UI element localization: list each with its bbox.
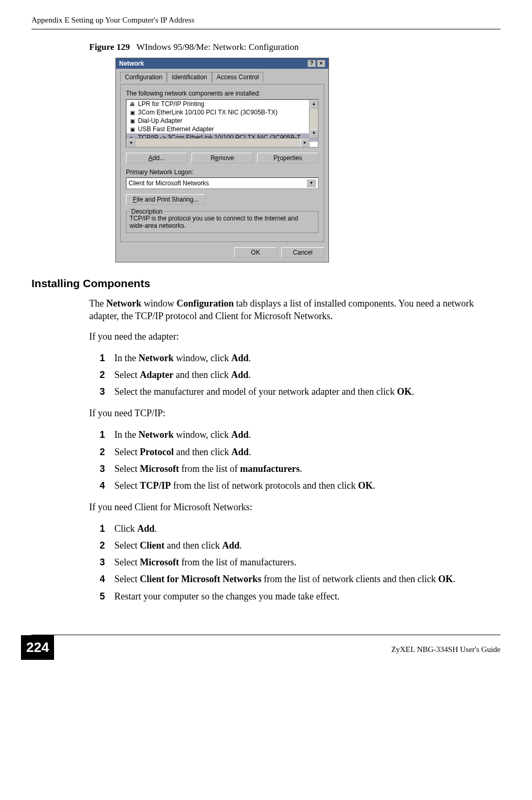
list-item[interactable]: ▣3Com EtherLink 10/100 PCI TX NIC (3C905… (126, 108, 318, 117)
figure-caption: Figure 129 WIndows 95/98/Me: Network: Co… (89, 42, 501, 52)
dialog-title: Network (119, 60, 144, 67)
list-item-text: 3Com EtherLink 10/100 PCI TX NIC (3C905B… (138, 109, 278, 116)
step-item: 3Select Microsoft from the list of manuf… (100, 462, 501, 476)
remove-button[interactable]: Remove (191, 153, 253, 163)
scroll-down-icon[interactable]: ▾ (310, 129, 318, 138)
share-button-label-rest: ile and Print Sharing... (137, 196, 199, 203)
list-item-text: Dial-Up Adapter (138, 117, 183, 124)
tcpip-steps: 1In the Network window, click Add. 2Sele… (100, 428, 501, 492)
nic-icon: ▣ (129, 109, 136, 115)
tabs-row: Configuration Identification Access Cont… (120, 72, 324, 82)
step-item: 5Restart your computer so the changes yo… (100, 590, 501, 603)
list-item[interactable]: 🖶LPR for TCP/IP Printing (126, 100, 318, 108)
list-item-text: LPR for TCP/IP Printing (138, 100, 204, 108)
client-steps: 1Click Add. 2Select Client and then clic… (100, 522, 501, 603)
step-item: 2Select Client and then click Add. (100, 539, 501, 552)
file-print-sharing-button[interactable]: File and Print Sharing... (126, 194, 206, 205)
section-heading: Installing Components (31, 277, 501, 290)
ok-button[interactable]: OK (234, 247, 277, 258)
nic-icon: ▣ (129, 118, 136, 124)
primary-logon-combo[interactable]: Client for Microsoft Networks ▾ (126, 177, 318, 189)
need-client-label: If you need Client for Microsoft Network… (89, 501, 501, 513)
list-item[interactable]: ▣USB Fast Ethernet Adapter (126, 125, 318, 133)
dialog-titlebar: Network ? × (116, 58, 328, 69)
description-legend: Description (130, 208, 164, 215)
scrollbar-vertical[interactable]: ▴ ▾ (309, 100, 318, 138)
step-item: 1In the Network window, click Add. (100, 428, 501, 441)
properties-button[interactable]: Properties (257, 153, 318, 163)
step-item: 4Select Client for Microsoft Networks fr… (100, 572, 501, 586)
intro-paragraph: The Network window Configuration tab dis… (89, 297, 501, 323)
need-adapter-label: If you need the adapter: (89, 330, 501, 343)
page-footer: 224 ZyXEL NBG-334SH User's Guide (31, 635, 501, 660)
figure-caption-text: WIndows 95/98/Me: Network: Configuration (136, 42, 299, 52)
step-item: 2Select Adapter and then click Add. (100, 368, 501, 382)
dialog-body: Configuration Identification Access Cont… (116, 69, 328, 262)
close-button[interactable]: × (317, 60, 325, 67)
remove-button-label-rest: move (219, 154, 234, 162)
tab-pane-configuration: The following network components are ins… (120, 84, 324, 242)
tab-configuration[interactable]: Configuration (120, 72, 167, 82)
footer-guide-name: ZyXEL NBG-334SH User's Guide (391, 641, 501, 654)
scroll-up-icon[interactable]: ▴ (310, 100, 318, 109)
add-button[interactable]: Add... (126, 153, 187, 163)
step-item: 1Click Add. (100, 522, 501, 535)
scroll-right-icon[interactable]: ▸ (301, 139, 310, 148)
properties-button-label-rest: operties (280, 154, 302, 162)
primary-logon-label: Primary Network Logon: (126, 169, 318, 176)
scrollbar-horizontal[interactable]: ◂ ▸ (126, 138, 310, 147)
description-text: TCP/IP is the protocol you use to connec… (130, 215, 315, 229)
running-header: Appendix E Setting up Your Computer's IP… (31, 16, 501, 29)
need-tcpip-label: If you need TCP/IP: (89, 407, 501, 419)
description-fieldset: Description TCP/IP is the protocol you u… (126, 211, 318, 233)
list-item[interactable]: ▣Dial-Up Adapter (126, 117, 318, 125)
cancel-button[interactable]: Cancel (281, 247, 324, 258)
list-item-text: USB Fast Ethernet Adapter (138, 125, 214, 133)
nic-icon: ▣ (129, 126, 136, 132)
figure-label: Figure 129 (89, 42, 130, 52)
installed-components-label: The following network components are ins… (126, 90, 318, 97)
step-item: 1In the Network window, click Add. (100, 351, 501, 365)
step-item: 3Select the manufacturer and model of yo… (100, 385, 501, 398)
scroll-left-icon[interactable]: ◂ (126, 139, 135, 148)
page-number: 224 (21, 635, 54, 660)
components-listbox[interactable]: 🖶LPR for TCP/IP Printing ▣3Com EtherLink… (126, 99, 318, 148)
tab-access-control[interactable]: Access Control (212, 72, 264, 82)
add-button-label-rest: dd... (153, 154, 165, 162)
network-dialog: Network ? × Configuration Identification… (115, 58, 329, 262)
primary-logon-value: Client for Microsoft Networks (129, 180, 209, 187)
tab-identification[interactable]: Identification (167, 72, 211, 82)
step-item: 3Select Microsoft from the list of manuf… (100, 555, 501, 569)
chevron-down-icon[interactable]: ▾ (306, 179, 316, 187)
step-item: 4Select TCP/IP from the list of network … (100, 479, 501, 492)
printer-icon: 🖶 (129, 101, 136, 107)
help-button[interactable]: ? (307, 60, 316, 67)
adapter-steps: 1In the Network window, click Add. 2Sele… (100, 351, 501, 398)
step-item: 2Select Protocol and then click Add. (100, 445, 501, 459)
appendix-title: Appendix E Setting up Your Computer's IP… (31, 16, 195, 24)
